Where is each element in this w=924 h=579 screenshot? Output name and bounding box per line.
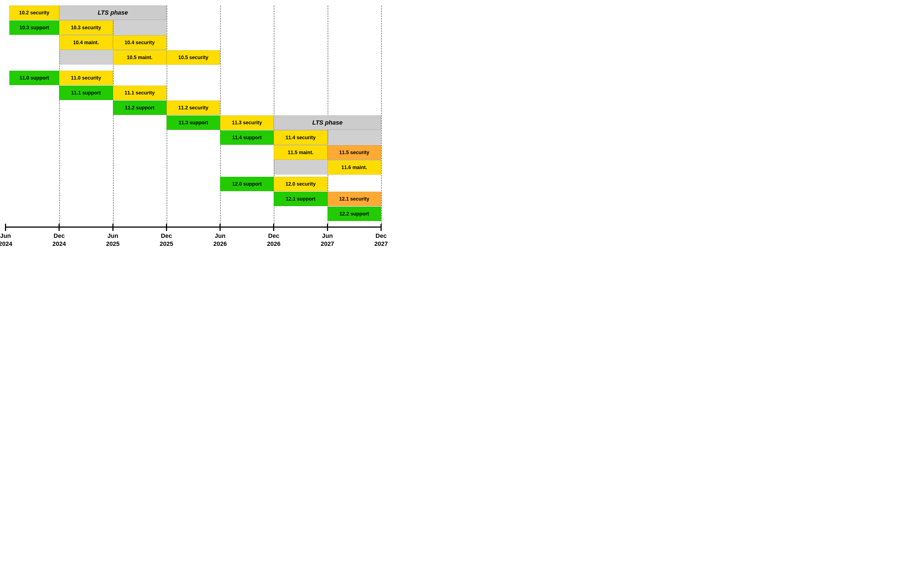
bar-label: 11.2 support <box>125 105 154 111</box>
bar-label: 11.0 security <box>71 75 101 81</box>
bar-10.4-maint.-4: 10.4 maint. <box>59 35 113 50</box>
tick-label-1: Dec2024 <box>52 232 66 248</box>
bar-label: 11.1 security <box>124 90 155 96</box>
bar-label: 11.5 security <box>339 150 369 155</box>
tick-label-4: Jun2026 <box>214 232 227 248</box>
tick-label-0: Jun2024 <box>0 232 12 248</box>
bar-12.2-support-26: 12.2 support <box>328 207 381 221</box>
bar-11.6-maint.-21: 11.6 maint. <box>328 160 381 175</box>
bar-10.3-security-3: 10.3 security <box>59 20 113 35</box>
bar-12.0-security-23: 12.0 security <box>274 177 327 191</box>
bar-11.3-support-14: 11.3 support <box>167 116 220 130</box>
bar-label: LTS phase <box>312 119 343 126</box>
bar-11.2-security-13: 11.2 security <box>167 101 220 115</box>
bar-label: 10.2 security <box>19 10 49 16</box>
bar-label: 10.4 maint. <box>73 40 99 46</box>
bar-label: 11.1 support <box>71 90 101 96</box>
bar-12.0-support-22: 12.0 support <box>220 177 274 191</box>
tick-label-2: Jun2025 <box>106 232 119 248</box>
bar-11.0-support-8: 11.0 support <box>10 71 59 85</box>
gantt-area: 10.2 securityLTS phase10.3 support10.3 s… <box>5 5 381 224</box>
bar-label: 11.2 security <box>178 105 208 111</box>
bar-label: 10.3 support <box>20 25 49 31</box>
chart-container: 10.2 securityLTS phase10.3 support10.3 s… <box>0 0 387 273</box>
tick-label-6: Jun2027 <box>321 232 334 248</box>
bar-label: 12.2 support <box>340 211 369 217</box>
bar-label: 11.4 security <box>286 135 316 141</box>
bar-label: 12.0 support <box>232 181 262 187</box>
bar-label: 11.3 security <box>232 120 262 126</box>
timeline-axis: Jun2024Dec2024Jun2025Dec2025Jun2026Dec20… <box>5 224 381 246</box>
bar-label: 11.4 support <box>232 135 262 141</box>
bar-11.1-support-10: 11.1 support <box>59 86 113 100</box>
vline-0 <box>5 5 6 224</box>
bar-11.4-security-18: 11.4 security <box>274 130 327 145</box>
bar-11.2-support-12: 11.2 support <box>113 101 167 115</box>
tick-0 <box>5 224 6 231</box>
bar-10.4-security-5: 10.4 security <box>113 35 167 50</box>
timeline-line <box>5 227 381 227</box>
bar-10.5-security-7: 10.5 security <box>167 50 220 65</box>
vline-7 <box>381 5 382 224</box>
bar-11.1-security-11: 11.1 security <box>113 86 167 100</box>
vline-6 <box>328 5 328 224</box>
bar-lts-phase-16: LTS phase <box>274 116 381 130</box>
tick-label-3: Dec2025 <box>160 232 173 248</box>
bar-label: 10.5 maint. <box>127 55 152 61</box>
tick-label-5: Dec2026 <box>267 232 281 248</box>
bar-10.5-maint.-6: 10.5 maint. <box>113 50 167 65</box>
bar-label: 11.5 maint. <box>288 150 313 155</box>
bar-label: 10.4 security <box>124 40 155 46</box>
tick-label-7: Dec2027 <box>374 232 388 248</box>
tick-1 <box>59 224 60 231</box>
tick-4 <box>220 224 220 231</box>
bar-label: 12.0 security <box>286 181 316 187</box>
bar-label: 11.3 support <box>178 120 208 126</box>
tick-7 <box>380 224 382 231</box>
tick-2 <box>113 224 114 231</box>
tick-6 <box>327 224 328 231</box>
bar-12.1-security-25: 12.1 security <box>328 192 381 206</box>
bar-12.1-support-24: 12.1 support <box>274 192 327 206</box>
bar-11.5-maint.-19: 11.5 maint. <box>274 145 327 160</box>
bar-11.3-security-15: 11.3 security <box>220 116 274 130</box>
bar-label: 10.3 security <box>71 25 101 31</box>
bar-11.5-security-20: 11.5 security <box>328 145 381 160</box>
bar-lts-phase-1: LTS phase <box>59 5 167 20</box>
bar-label: 12.1 support <box>286 196 315 202</box>
bar-label: 11.6 maint. <box>341 165 367 170</box>
bar-label: 10.5 security <box>178 55 208 61</box>
bar-10.2-security-0: 10.2 security <box>10 5 59 20</box>
bar-11.4-support-17: 11.4 support <box>220 130 274 145</box>
bar-label: 12.1 security <box>339 196 369 202</box>
bar-label: LTS phase <box>98 9 128 16</box>
tick-3 <box>166 224 167 231</box>
bar-label: 11.0 support <box>20 75 49 81</box>
bar-10.3-support-2: 10.3 support <box>10 20 59 35</box>
bar-11.0-security-9: 11.0 security <box>59 71 113 85</box>
tick-5 <box>273 224 274 231</box>
